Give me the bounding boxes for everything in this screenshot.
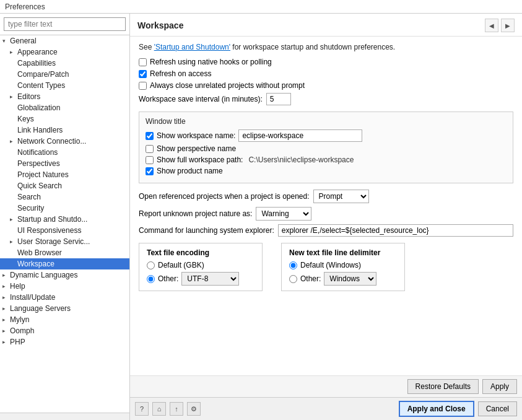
sidebar-item-label: Keys xyxy=(17,115,129,123)
export-icon-button[interactable]: ↑ xyxy=(170,402,183,416)
delimiter-default-radio[interactable] xyxy=(289,261,297,269)
sidebar-item-content-types[interactable]: Content Types xyxy=(0,80,129,91)
home-icon-button[interactable]: ⌂ xyxy=(152,402,166,416)
restore-defaults-button[interactable]: Restore Defaults xyxy=(407,379,479,394)
show-full-path-row: Show full workspace path: C:\Users\niic\… xyxy=(146,155,507,164)
arrow-icon: ▸ xyxy=(10,238,17,245)
sidebar-item-label: Content Types xyxy=(17,81,129,90)
open-referenced-select[interactable]: Prompt Always Never xyxy=(313,190,369,203)
sidebar-item-label: Link Handlers xyxy=(17,126,129,134)
window-title-heading: Window title xyxy=(146,117,507,126)
encoding-section: Text file encoding Default (GBK) Other: … xyxy=(139,243,513,291)
sidebar-item-label: Appearance xyxy=(17,48,129,56)
cancel-button[interactable]: Cancel xyxy=(478,401,517,416)
sidebar-item-label: Help xyxy=(10,282,129,291)
sidebar-item-dynamic-languages[interactable]: ▸Dynamic Languages xyxy=(0,269,129,281)
horizontal-scrollbar[interactable] xyxy=(0,413,129,420)
sidebar-item-startup-shutdown[interactable]: ▸Startup and Shutdo... xyxy=(0,214,129,225)
forward-button[interactable]: ▶ xyxy=(501,19,515,32)
sidebar-item-notifications[interactable]: Notifications xyxy=(0,147,129,158)
sidebar-item-oomph[interactable]: ▸Oomph xyxy=(0,325,129,336)
sidebar-item-workspace[interactable]: Workspace xyxy=(0,258,129,269)
sidebar-item-label: Capabilities xyxy=(17,59,129,68)
sidebar-item-search[interactable]: Search xyxy=(0,191,129,203)
apply-button[interactable]: Apply xyxy=(482,379,517,394)
sidebar-item-security[interactable]: Security xyxy=(0,203,129,214)
sidebar-item-general[interactable]: ▾General xyxy=(0,35,129,46)
arrow-icon: ▾ xyxy=(2,38,10,44)
encoding-other-radio[interactable] xyxy=(147,275,155,283)
sidebar-item-user-storage[interactable]: ▸User Storage Servic... xyxy=(0,236,129,247)
sidebar-item-globalization[interactable]: Globalization xyxy=(0,102,129,113)
sidebar-item-web-browser[interactable]: Web Browser xyxy=(0,247,129,258)
always-close-checkbox[interactable] xyxy=(139,82,147,90)
delimiter-other-label: Other: xyxy=(300,274,321,283)
filter-input[interactable] xyxy=(4,17,126,31)
delimiter-other-select[interactable]: Windows Unix Mac OS X xyxy=(324,272,376,286)
arrow-icon: ▸ xyxy=(2,328,10,334)
sidebar-item-php[interactable]: ▸PHP xyxy=(0,336,129,348)
delimiter-other-row: Other: Windows Unix Mac OS X xyxy=(289,272,397,286)
sidebar-item-label: Network Connectio... xyxy=(17,137,129,146)
apply-close-button[interactable]: Apply and Close xyxy=(399,401,474,417)
sidebar-item-label: Globalization xyxy=(17,103,129,112)
tree-scroll[interactable]: ▾General▸AppearanceCapabilitiesCompare/P… xyxy=(0,35,129,413)
sidebar-item-help[interactable]: ▸Help xyxy=(0,281,129,292)
settings-icon-button[interactable]: ⚙ xyxy=(187,402,201,416)
arrow-icon: ▸ xyxy=(2,272,10,278)
page-title: Workspace xyxy=(137,20,183,30)
sidebar-item-label: Language Servers xyxy=(10,304,129,313)
sidebar-item-project-natures[interactable]: Project Natures xyxy=(0,169,129,180)
save-interval-label: Workspace save interval (in minutes): xyxy=(139,95,263,103)
sidebar-item-quick-search[interactable]: Quick Search xyxy=(0,180,129,191)
startup-link[interactable]: 'Startup and Shutdown' xyxy=(154,43,230,51)
report-unknown-select[interactable]: Warning Error Ignore xyxy=(256,207,311,221)
text-encoding-title: Text file encoding xyxy=(147,248,254,257)
delimiter-other-radio[interactable] xyxy=(289,275,297,283)
sidebar-item-label: Perspectives xyxy=(17,159,129,168)
show-product-row: Show product name xyxy=(146,167,507,175)
sidebar-item-editors[interactable]: ▸Editors xyxy=(0,91,129,102)
show-perspective-checkbox[interactable] xyxy=(146,145,154,153)
show-workspace-name-row: Show workspace name: xyxy=(146,129,507,142)
save-interval-input[interactable] xyxy=(266,93,291,105)
startup-description: See 'Startup and Shutdown' for workspace… xyxy=(139,43,513,51)
sidebar-item-capabilities[interactable]: Capabilities xyxy=(0,58,129,69)
sidebar-item-label: Dynamic Languages xyxy=(10,271,129,279)
report-unknown-row: Report unknown project nature as: Warnin… xyxy=(139,207,513,221)
sidebar-item-perspectives[interactable]: Perspectives xyxy=(0,158,129,169)
sidebar-item-ui-responsiveness[interactable]: UI Responsiveness xyxy=(0,225,129,236)
refresh-native-checkbox[interactable] xyxy=(139,58,147,66)
workspace-name-input[interactable] xyxy=(238,129,362,142)
sidebar-item-mylyn[interactable]: ▸Mylyn xyxy=(0,314,129,325)
arrow-icon: ▸ xyxy=(2,305,10,312)
sidebar-item-appearance[interactable]: ▸Appearance xyxy=(0,46,129,58)
encoding-default-radio[interactable] xyxy=(147,261,155,269)
sidebar-item-keys[interactable]: Keys xyxy=(0,113,129,125)
arrow-icon: ▸ xyxy=(2,283,10,289)
encoding-other-select[interactable]: UTF-8 GBK ISO-8859-1 US-ASCII UTF-16 xyxy=(181,272,239,286)
sidebar-item-network-connection[interactable]: ▸Network Connectio... xyxy=(0,136,129,147)
show-product-label: Show product name xyxy=(157,167,223,175)
refresh-native-row: Refresh using native hooks or polling xyxy=(139,58,513,66)
back-button[interactable]: ◀ xyxy=(485,19,498,32)
sidebar-item-label: Quick Search xyxy=(17,182,129,190)
refresh-access-checkbox[interactable] xyxy=(139,70,147,78)
content-header: Workspace ◀ ▶ xyxy=(130,14,522,37)
window-title-group: Window title Show workspace name: Show p… xyxy=(139,112,513,183)
sidebar-item-language-servers[interactable]: ▸Language Servers xyxy=(0,303,129,314)
title-bar: Preferences xyxy=(0,0,522,14)
sidebar-item-compare-patch[interactable]: Compare/Patch xyxy=(0,69,129,80)
sidebar-item-link-handlers[interactable]: Link Handlers xyxy=(0,125,129,136)
help-icon-button[interactable]: ? xyxy=(135,402,149,416)
arrow-icon: ▸ xyxy=(2,317,10,323)
arrow-icon: ▸ xyxy=(10,138,17,144)
show-product-checkbox[interactable] xyxy=(146,167,154,175)
command-explorer-input[interactable] xyxy=(278,224,513,237)
inner-footer: Restore Defaults Apply xyxy=(130,375,522,397)
sidebar-item-label: Install/Update xyxy=(10,293,129,302)
show-full-path-checkbox[interactable] xyxy=(146,156,154,164)
dialog-footer: ? ⌂ ↑ ⚙ Apply and Close Cancel xyxy=(130,397,522,420)
sidebar-item-install-update[interactable]: ▸Install/Update xyxy=(0,292,129,303)
show-workspace-name-checkbox[interactable] xyxy=(146,132,154,140)
